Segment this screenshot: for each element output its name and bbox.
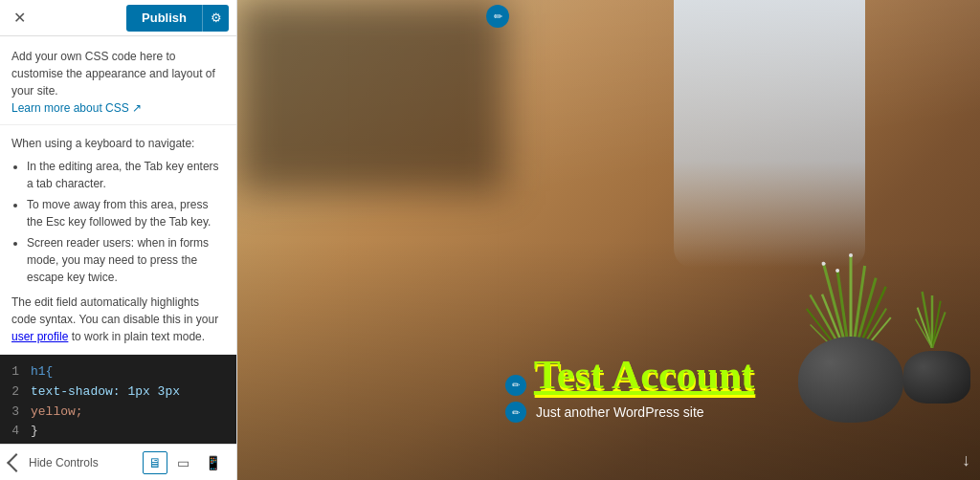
keyboard-tips-list: In the editing area, the Tab key enters …	[27, 158, 225, 286]
code-line-3: 3 yellow;	[0, 403, 236, 423]
customizer-panel: ✕ Publish ⚙ Add your own CSS code here t…	[0, 0, 237, 480]
code-content: yellow;	[27, 403, 83, 423]
arrow-left-icon	[7, 453, 26, 472]
code-line-2: 2 text-shadow: 1px 3px	[0, 382, 236, 403]
site-title-edit-button[interactable]: ✏	[505, 375, 526, 396]
publish-button[interactable]: Publish	[126, 5, 202, 32]
preview-background: ✏ ✏ Test Account ✏ Just another WordPres…	[237, 0, 980, 480]
keyboard-heading: When using a keyboard to navigate:	[11, 135, 225, 152]
pencil-icon: ✏	[512, 380, 520, 390]
user-profile-link[interactable]: user profile	[11, 330, 68, 343]
code-content: text-shadow: 1px 3px	[27, 382, 180, 403]
list-item: In the editing area, the Tab key enters …	[27, 158, 225, 192]
gear-icon: ⚙	[211, 11, 222, 25]
site-title-row: ✏ Test Account	[505, 352, 789, 398]
svg-point-13	[849, 253, 853, 257]
code-content: }	[27, 422, 38, 442]
preview-panel: ✏ ✏ Test Account ✏ Just another WordPres…	[237, 0, 980, 480]
help-text-area: Add your own CSS code here to customise …	[0, 36, 236, 125]
scroll-down-indicator: ↓	[962, 450, 970, 470]
pencil-icon: ✏	[494, 11, 502, 23]
window-light	[674, 0, 865, 268]
edit-field-note: The edit field automatically highlights …	[11, 294, 225, 345]
learn-css-link[interactable]: Learn more about CSS ↗	[11, 101, 142, 115]
pencil-icon: ✏	[512, 407, 520, 418]
desktop-view-button[interactable]: 🖥	[143, 451, 167, 474]
plant-decoration	[798, 337, 903, 423]
keyboard-help-section: When using a keyboard to navigate: In th…	[0, 125, 236, 355]
code-line-4: 4 }	[0, 422, 236, 442]
small-plant-svg	[903, 272, 961, 348]
mobile-icon: 📱	[205, 455, 221, 470]
tablet-icon: ▭	[177, 455, 189, 470]
site-tagline-edit-button[interactable]: ✏	[505, 402, 526, 423]
site-tagline-row: ✏ Just another WordPress site	[505, 402, 789, 423]
site-header-overlay: ✏ Test Account ✏ Just another WordPress …	[505, 352, 789, 423]
close-button[interactable]: ✕	[8, 7, 31, 30]
line-number: 1	[0, 362, 27, 382]
publish-area: Publish ⚙	[126, 5, 229, 32]
top-pencil-button[interactable]: ✏	[486, 5, 509, 28]
bottom-bar: Hide Controls 🖥 ▭ 📱	[0, 444, 236, 480]
grain-line	[794, 0, 795, 480]
line-number: 4	[0, 422, 27, 442]
hide-controls-button[interactable]: Hide Controls	[10, 456, 99, 469]
grain-line	[348, 0, 349, 480]
site-tagline: Just another WordPress site	[536, 404, 704, 420]
line-number: 3	[0, 403, 27, 423]
code-line-1: 1 h1{	[0, 362, 236, 382]
desktop-icon: 🖥	[148, 455, 162, 470]
site-title: Test Account	[534, 353, 755, 397]
plant-pot	[798, 337, 903, 423]
list-item: Screen reader users: when in forms mode,…	[27, 234, 225, 286]
line-number: 2	[0, 382, 27, 403]
svg-line-18	[918, 308, 932, 348]
close-icon: ✕	[13, 9, 26, 27]
settings-button[interactable]: ⚙	[202, 5, 229, 32]
mobile-view-button[interactable]: 📱	[199, 451, 227, 474]
grain-line	[498, 0, 499, 480]
top-bar: ✕ Publish ⚙	[0, 0, 236, 36]
small-pot	[903, 351, 970, 404]
view-controls: 🖥 ▭ 📱	[143, 451, 227, 474]
code-content: h1{	[27, 362, 53, 382]
svg-line-17	[932, 301, 941, 348]
tablet-view-button[interactable]: ▭	[171, 451, 195, 474]
hide-controls-label: Hide Controls	[29, 456, 99, 469]
help-intro: Add your own CSS code here to customise …	[11, 48, 225, 99]
svg-line-19	[932, 312, 946, 348]
list-item: To move away from this area, press the E…	[27, 196, 225, 230]
small-plant-decoration	[903, 272, 970, 404]
css-code-editor[interactable]: 1 h1{ 2 text-shadow: 1px 3px 3 yellow; 4…	[0, 355, 236, 444]
dark-overlay	[237, 0, 505, 191]
